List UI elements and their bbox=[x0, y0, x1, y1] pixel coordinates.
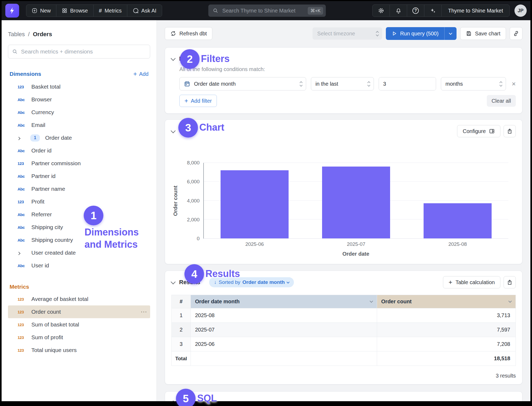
metrics-button[interactable]: # Metrics bbox=[93, 5, 127, 17]
number-type-icon: 123 bbox=[18, 322, 31, 327]
table-row[interactable]: 1 2025-08 3,713 bbox=[172, 308, 516, 323]
sidebar-item-average-of-basket-total[interactable]: 123Average of basket total bbox=[8, 293, 150, 305]
bar-2025-06[interactable] bbox=[221, 170, 289, 238]
table-row[interactable]: 2 2025-07 7,597 bbox=[172, 323, 516, 337]
browse-button[interactable]: Browse bbox=[56, 5, 94, 17]
refresh-dbt-button[interactable]: Refresh dbt bbox=[165, 27, 212, 40]
save-chart-button[interactable]: Save chart bbox=[460, 27, 506, 40]
header-label: Order count bbox=[381, 299, 412, 305]
export-results-button[interactable] bbox=[504, 276, 516, 288]
cell-order-date-month: 2025-08 bbox=[191, 308, 377, 323]
active-field-count-badge: 1 bbox=[30, 134, 40, 142]
notifications-button[interactable] bbox=[390, 5, 407, 17]
ellipsis-menu-icon[interactable]: ⋯ bbox=[141, 308, 147, 316]
sidebar-item-currency[interactable]: AbcCurrency bbox=[8, 106, 150, 119]
sidebar-item-referrer[interactable]: AbcReferrer bbox=[8, 208, 150, 221]
item-label: Partner commission bbox=[31, 160, 81, 167]
results-actions: + Table calculation bbox=[443, 276, 516, 288]
panel-icon bbox=[489, 128, 495, 134]
chart-plot-area: Order count 02,0004,0006,0008,000 bbox=[172, 163, 508, 239]
table-row[interactable]: 3 2025-06 7,208 bbox=[172, 337, 516, 351]
new-button[interactable]: New bbox=[26, 5, 56, 17]
filter-conditions-text: All of the following conditions match: bbox=[179, 66, 516, 72]
run-query-dropdown-button[interactable] bbox=[444, 27, 457, 40]
add-filter-button[interactable]: + Add filter bbox=[179, 95, 217, 107]
sidebar-item-sum-of-basket-total[interactable]: 123Sum of basket total bbox=[8, 318, 150, 331]
header-row-number[interactable]: # bbox=[172, 295, 191, 308]
bar-2025-08[interactable] bbox=[424, 203, 492, 238]
collapse-chevron-icon[interactable] bbox=[171, 279, 175, 284]
collapse-chevron-icon[interactable] bbox=[171, 128, 175, 133]
results-title: Results bbox=[179, 279, 200, 286]
item-label: User created date bbox=[31, 250, 76, 256]
sorted-by-field: Order date month bbox=[242, 279, 285, 285]
item-label: Order count bbox=[31, 309, 61, 315]
table-calculation-button[interactable]: + Table calculation bbox=[443, 276, 500, 288]
filter-unit-select[interactable]: months bbox=[441, 77, 506, 90]
collapse-chevron-icon[interactable] bbox=[171, 56, 175, 61]
sidebar-item-partner-id[interactable]: AbcPartner id bbox=[8, 170, 150, 183]
chevron-right-icon[interactable] bbox=[18, 250, 31, 256]
sidebar-item-shipping-city[interactable]: AbcShipping city bbox=[8, 221, 150, 234]
header-order-count[interactable]: Order count bbox=[377, 295, 516, 308]
app-logo[interactable] bbox=[5, 4, 19, 18]
remove-filter-button[interactable]: × bbox=[512, 80, 516, 88]
configure-label: Configure bbox=[463, 128, 486, 134]
expand-chevron-icon[interactable] bbox=[171, 400, 175, 401]
sidebar-item-profit[interactable]: 123Profit bbox=[8, 195, 150, 208]
plus-icon: + bbox=[184, 97, 188, 105]
cell-order-count: 3,713 bbox=[377, 308, 516, 323]
breadcrumb-tables[interactable]: Tables bbox=[8, 31, 25, 38]
project-switcher[interactable]: Thyme to Shine Market bbox=[441, 5, 510, 17]
timezone-select[interactable]: Select timezone bbox=[313, 27, 382, 40]
sidebar-item-browser[interactable]: AbcBrowser bbox=[8, 93, 150, 106]
clear-all-button[interactable]: Clear all bbox=[487, 95, 516, 107]
sidebar-item-partner-commission[interactable]: 123Partner commission bbox=[8, 157, 150, 170]
global-search-input[interactable]: Search Thyme to Shine Market ⌘+K bbox=[208, 5, 326, 17]
user-avatar[interactable]: JP bbox=[514, 5, 527, 17]
filter-field-select[interactable]: Order date month bbox=[179, 77, 306, 90]
add-label: Add bbox=[139, 71, 149, 77]
string-type-icon: Abc bbox=[18, 263, 31, 268]
chat-star-icon bbox=[133, 8, 139, 14]
top-navbar: New Browse # Metrics Ask AI Search Thyme… bbox=[2, 1, 530, 20]
share-link-button[interactable] bbox=[510, 27, 522, 40]
main-content: Refresh dbt Select timezone Run query (5… bbox=[157, 20, 530, 401]
total-value: 18,518 bbox=[377, 351, 516, 366]
ask-ai-button[interactable]: Ask AI bbox=[127, 5, 162, 17]
sidebar-item-sum-of-profit[interactable]: 123Sum of profit bbox=[8, 331, 150, 344]
bar-2025-07[interactable] bbox=[322, 167, 390, 238]
header-order-date-month[interactable]: Order date month bbox=[191, 295, 377, 308]
ai-sparkles-button[interactable] bbox=[424, 5, 442, 17]
sidebar-item-total-unique-users[interactable]: 123Total unique users bbox=[8, 344, 150, 357]
sidebar-search[interactable] bbox=[8, 45, 150, 59]
sidebar-item-user-created-date[interactable]: User created date bbox=[8, 246, 150, 259]
sidebar-item-order-id[interactable]: AbcOrder id bbox=[8, 144, 150, 157]
metrics-header: Metrics bbox=[10, 284, 149, 290]
sidebar-search-input[interactable] bbox=[21, 48, 146, 55]
sidebar-item-order-date[interactable]: 1 Order date bbox=[8, 131, 150, 144]
configure-button[interactable]: Configure bbox=[457, 125, 500, 137]
chevron-right-icon[interactable] bbox=[18, 135, 31, 141]
nav-label: Browse bbox=[70, 8, 88, 14]
filter-operator-select[interactable]: in the last bbox=[311, 77, 374, 90]
sorted-by-pill[interactable]: ↓ Sorted by Order date month bbox=[209, 277, 294, 287]
sidebar-item-partner-name[interactable]: AbcPartner name bbox=[8, 183, 150, 195]
sidebar-item-basket-total[interactable]: 123Basket total bbox=[8, 80, 150, 93]
filter-value-input[interactable] bbox=[379, 77, 436, 90]
string-type-icon: Abc bbox=[18, 225, 31, 230]
filters-title: Filters bbox=[179, 55, 197, 62]
export-chart-button[interactable] bbox=[504, 125, 516, 137]
sidebar-item-user-id[interactable]: AbcUser id bbox=[8, 259, 150, 272]
run-query-button[interactable]: Run query (500) bbox=[386, 27, 445, 40]
sidebar-item-email[interactable]: AbcEmail bbox=[8, 119, 150, 131]
help-button[interactable]: ? bbox=[407, 5, 424, 17]
sidebar-item-shipping-country[interactable]: AbcShipping country bbox=[8, 234, 150, 246]
run-query-label: Run query (500) bbox=[400, 31, 439, 37]
sidebar-item-order-count[interactable]: 123 Order count ⋯ bbox=[8, 305, 150, 318]
add-dimension-button[interactable]: + Add bbox=[133, 70, 149, 78]
metrics-heading: Metrics bbox=[10, 284, 29, 290]
settings-button[interactable] bbox=[372, 5, 390, 17]
number-type-icon: 123 bbox=[18, 335, 31, 340]
nav-label: Ask AI bbox=[141, 8, 157, 14]
